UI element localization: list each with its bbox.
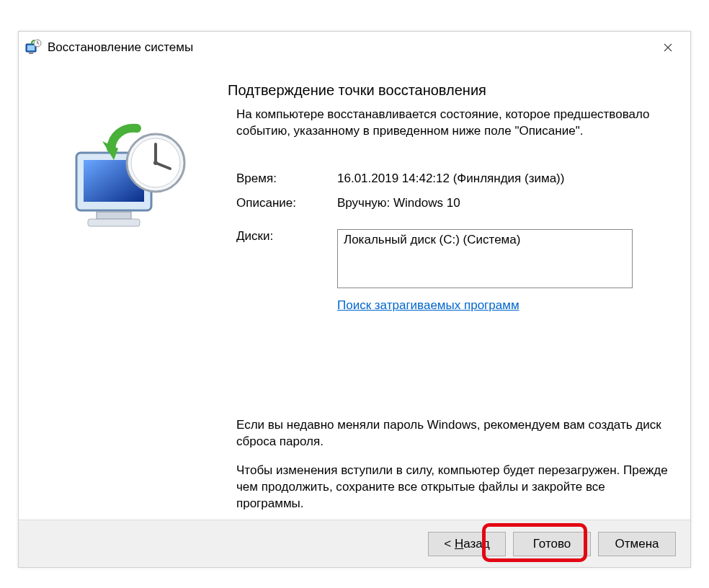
disks-listbox[interactable]: Локальный диск (C:) (Система) xyxy=(337,229,633,288)
finish-button[interactable]: Готово xyxy=(513,532,591,556)
svg-rect-10 xyxy=(97,212,131,219)
cancel-button[interactable]: Отмена xyxy=(598,532,676,556)
close-button[interactable] xyxy=(651,37,685,58)
wizard-body: Подтверждение точки восстановления На ко… xyxy=(19,63,690,520)
system-restore-icon xyxy=(24,39,42,56)
disk-item: Локальный диск (C:) (Система) xyxy=(344,233,626,247)
wizard-footer: < Назад Готово Отмена xyxy=(19,520,690,567)
description-row: Описание: Вручную: Windows 10 xyxy=(236,196,669,210)
svg-rect-1 xyxy=(27,45,35,50)
wizard-sidebar xyxy=(19,63,212,520)
time-value: 16.01.2019 14:42:12 (Финляндия (зима)) xyxy=(337,172,669,186)
disks-label: Диски: xyxy=(236,229,337,244)
system-restore-hero-icon xyxy=(71,120,193,242)
svg-rect-11 xyxy=(88,219,140,226)
description-value: Вручную: Windows 10 xyxy=(337,196,669,210)
titlebar: Восстановление системы xyxy=(19,32,690,63)
time-label: Время: xyxy=(236,172,337,186)
svg-point-16 xyxy=(153,161,158,165)
disks-row: Диски: Локальный диск (C:) (Система) xyxy=(236,229,669,288)
password-warning-text: Если вы недавно меняли пароль Windows, р… xyxy=(236,417,669,450)
page-heading: Подтверждение точки восстановления xyxy=(228,82,486,99)
system-restore-window: Восстановление системы xyxy=(18,31,691,568)
close-icon xyxy=(664,43,672,52)
content-pane: Подтверждение точки восстановления На ко… xyxy=(228,63,669,520)
description-label: Описание: xyxy=(236,196,337,210)
scan-affected-programs-link[interactable]: Поиск затрагиваемых программ xyxy=(337,298,520,313)
time-row: Время: 16.01.2019 14:42:12 (Финляндия (з… xyxy=(236,172,669,186)
intro-text: На компьютере восстанавливается состояни… xyxy=(236,107,669,140)
window-title: Восстановление системы xyxy=(48,40,651,55)
restart-warning-text: Чтобы изменения вступили в силу, компьют… xyxy=(236,463,669,512)
back-button[interactable]: < Назад xyxy=(428,532,506,556)
svg-rect-2 xyxy=(29,53,33,54)
